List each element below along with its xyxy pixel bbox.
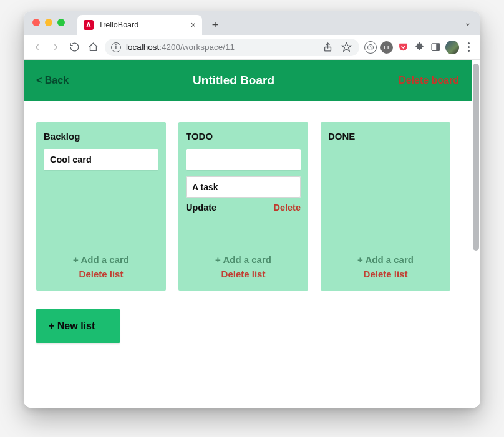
extensions-menu-icon[interactable] bbox=[413, 41, 425, 54]
browser-menu-button[interactable] bbox=[463, 42, 474, 52]
reload-button[interactable] bbox=[67, 41, 81, 54]
window-close-button[interactable] bbox=[32, 19, 40, 26]
bookmark-star-icon[interactable] bbox=[339, 41, 353, 54]
card-edit-actions: Update Delete bbox=[186, 203, 301, 213]
new-tab-button[interactable]: + bbox=[207, 17, 223, 33]
nav-forward-button[interactable] bbox=[49, 41, 62, 54]
nav-back-button[interactable] bbox=[30, 41, 44, 54]
card-edit-input[interactable] bbox=[186, 176, 301, 198]
window-zoom-button[interactable] bbox=[57, 19, 65, 26]
extension-clock-icon[interactable] bbox=[364, 41, 377, 54]
list-todo: TODO Update Delete + Add a card Delete l… bbox=[178, 122, 308, 291]
card-delete-button[interactable]: Delete bbox=[273, 203, 301, 213]
board-area: Backlog Cool card + Add a card Delete li… bbox=[24, 101, 472, 359]
svg-marker-1 bbox=[342, 42, 351, 50]
site-info-icon[interactable]: i bbox=[111, 42, 121, 52]
lists-row: Backlog Cool card + Add a card Delete li… bbox=[36, 122, 459, 291]
list-title[interactable]: DONE bbox=[328, 131, 443, 142]
tabstrip: A TrelloBoard × + bbox=[77, 11, 223, 35]
add-card-button[interactable]: + Add a card bbox=[44, 254, 158, 265]
list-backlog: Backlog Cool card + Add a card Delete li… bbox=[36, 122, 166, 291]
list-done: DONE + Add a card Delete list bbox=[321, 122, 450, 291]
list-footer: + Add a card Delete list bbox=[328, 243, 443, 279]
home-button[interactable] bbox=[86, 41, 100, 54]
list-footer: + Add a card Delete list bbox=[186, 231, 301, 279]
add-card-button[interactable]: + Add a card bbox=[328, 254, 443, 265]
url-text: localhost:4200/workspace/11 bbox=[126, 42, 235, 52]
board-title: Untitled Board bbox=[69, 74, 399, 87]
window-titlebar: A TrelloBoard × + ⌄ bbox=[24, 11, 480, 35]
card-update-button[interactable]: Update bbox=[186, 203, 216, 213]
tab-close-button[interactable]: × bbox=[191, 21, 196, 29]
board-header: < Back Untitled Board Delete board bbox=[24, 60, 472, 101]
list-title[interactable]: Backlog bbox=[44, 131, 158, 142]
list-footer: + Add a card Delete list bbox=[44, 231, 158, 279]
scrollbar-thumb[interactable] bbox=[473, 64, 479, 251]
address-bar[interactable]: i localhost:4200/workspace/11 bbox=[105, 39, 359, 56]
vertical-scrollbar[interactable] bbox=[473, 64, 479, 404]
url-host: localhost bbox=[126, 42, 159, 52]
app-root: < Back Untitled Board Delete board Backl… bbox=[24, 60, 472, 408]
add-card-button[interactable]: + Add a card bbox=[186, 254, 301, 265]
svg-rect-4 bbox=[436, 44, 440, 50]
url-path: :4200/workspace/11 bbox=[159, 42, 235, 52]
delete-list-button[interactable]: Delete list bbox=[328, 269, 443, 279]
delete-board-button[interactable]: Delete board bbox=[399, 75, 459, 86]
list-title[interactable]: TODO bbox=[186, 131, 301, 142]
browser-toolbar: i localhost:4200/workspace/11 FT bbox=[24, 35, 480, 60]
angular-favicon-icon: A bbox=[84, 20, 94, 30]
delete-list-button[interactable]: Delete list bbox=[186, 269, 301, 279]
traffic-lights bbox=[32, 19, 65, 26]
delete-list-button[interactable]: Delete list bbox=[44, 269, 158, 279]
new-list-row: + New list bbox=[36, 309, 459, 343]
window-minimize-button[interactable] bbox=[45, 19, 52, 26]
card[interactable]: Cool card bbox=[44, 149, 158, 170]
new-list-button[interactable]: + New list bbox=[36, 309, 120, 343]
tab-title: TrelloBoard bbox=[99, 21, 138, 29]
share-icon[interactable] bbox=[321, 41, 334, 54]
extension-icons: FT bbox=[364, 41, 474, 54]
window-dropdown-button[interactable]: ⌄ bbox=[464, 17, 472, 27]
browser-window: A TrelloBoard × + ⌄ i localhost:4200/wor… bbox=[24, 11, 480, 408]
back-link[interactable]: < Back bbox=[36, 75, 69, 86]
extension-pocket-icon[interactable] bbox=[397, 41, 409, 54]
page-viewport: < Back Untitled Board Delete board Backl… bbox=[24, 60, 480, 408]
extension-badge-icon[interactable]: FT bbox=[380, 41, 393, 54]
profile-avatar[interactable] bbox=[445, 41, 459, 54]
side-panel-icon[interactable] bbox=[429, 41, 442, 54]
card-blank[interactable] bbox=[186, 149, 301, 170]
browser-tab[interactable]: A TrelloBoard × bbox=[77, 15, 202, 35]
